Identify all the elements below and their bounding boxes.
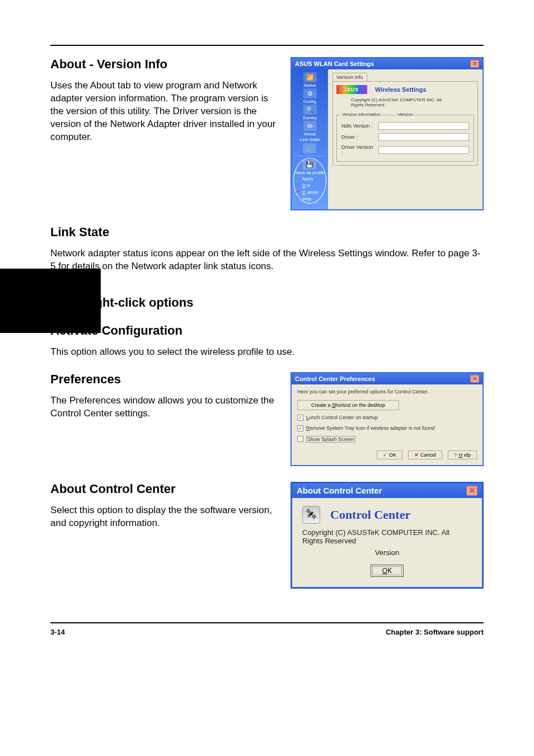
about-cc-text: Select this option to display the the so…: [50, 504, 278, 530]
footer-rule: [50, 622, 484, 623]
win1-titlebar: ASUS WLAN Card Settings ✕: [292, 58, 483, 69]
ndis-label: Ndis Version :: [341, 123, 375, 129]
checkbox-icon[interactable]: ✓: [297, 425, 303, 431]
status-icon: 📶: [303, 72, 317, 82]
win2-intro: Here you can set your preferred options …: [297, 389, 477, 395]
side-black-tab: [0, 269, 101, 333]
about-text: Uses the About tab to view program and N…: [50, 79, 278, 144]
create-shortcut-button[interactable]: Create a Shortcut on the desktop: [297, 400, 399, 410]
remove-tray-checkbox-row[interactable]: ✓Remove System Tray Icon if wireless ada…: [297, 425, 477, 431]
ok-button[interactable]: OK: [371, 565, 404, 577]
preferences-text: The Preferences window allows you to cus…: [50, 395, 278, 420]
cc-title: Control Center: [330, 508, 410, 522]
launch-checkbox-row[interactable]: ✓Lunch Control Center on startup: [297, 415, 477, 421]
save-icon: 💾: [303, 159, 316, 170]
ndis-input: [378, 122, 469, 130]
activate-text: This option allows you to select the wir…: [50, 346, 484, 359]
sidebar-link-state: Link State🔗: [300, 137, 320, 154]
win1-sidebar: 📶Status ⚙Config 🔍Survey ✉About Link Stat…: [292, 69, 328, 209]
page-number: 3-14: [50, 628, 65, 636]
close-icon[interactable]: ✕: [466, 486, 477, 496]
version-info-tab[interactable]: Version Info: [332, 73, 367, 82]
link-state-heading: Link State: [50, 225, 484, 240]
control-center-icon: 🛰: [302, 506, 320, 524]
wireless-settings-label: Wireless Settings: [375, 86, 427, 93]
about-cc-heading: About Control Center: [50, 482, 278, 496]
about-icon: ✉: [303, 121, 317, 131]
ok-btn[interactable]: ◗OK: [295, 182, 325, 189]
close-icon[interactable]: ✕: [470, 60, 479, 68]
survey-icon: 🔍: [303, 105, 317, 115]
win3-titlebar: About Control Center ✕: [292, 483, 482, 498]
asus-logo: /SUS: [336, 85, 367, 94]
checkbox-icon[interactable]: ✓: [297, 415, 303, 421]
about-cc-window: About Control Center ✕ 🛰 Control Center …: [291, 482, 484, 589]
win3-title: About Control Center: [297, 486, 382, 495]
footer: 3-14 Chapter 3: Software support: [50, 628, 484, 636]
cancel-button[interactable]: ✕Cancel: [408, 450, 442, 459]
ok-button[interactable]: ✓OK: [377, 450, 402, 459]
sidebar-item-about[interactable]: ✉About: [303, 121, 317, 137]
apply-btn[interactable]: ✓Apply: [295, 175, 325, 182]
version-info-fieldset: Version Information Ndis Version : Drive…: [336, 115, 474, 162]
win2-titlebar: Control Center Preferences ✕: [292, 373, 483, 384]
win1-copyright: Copyright (C) ASUSTeK COMPUTER INC. All …: [351, 97, 452, 107]
sidebar-item-config[interactable]: ⚙Config: [303, 88, 317, 104]
preferences-window: Control Center Preferences ✕ Here you ca…: [291, 372, 484, 466]
activate-heading: Activate Configuration: [50, 323, 484, 338]
preferences-heading: Preferences: [50, 372, 278, 387]
driver-ver-label: Driver Version :: [341, 144, 375, 156]
win1-title: ASUS WLAN Card Settings: [295, 60, 374, 67]
win3-version: Version: [302, 548, 472, 557]
close-icon[interactable]: ✕: [470, 375, 479, 383]
header-rule: [50, 45, 484, 46]
cancel-btn[interactable]: ✕Cancel: [295, 189, 325, 195]
sidebar-bottom-group: 💾Save as profile ✓Apply ◗OK ✕Cancel ?Hel…: [293, 158, 326, 204]
splash-checkbox-row[interactable]: Show Splash Screen: [297, 436, 477, 443]
document-page: About - Version Info Uses the About tab …: [0, 0, 534, 670]
sidebar-item-survey[interactable]: 🔍Survey: [303, 105, 317, 120]
link-state-text: Network adapter status icons appear on t…: [50, 247, 484, 273]
checkbox-icon[interactable]: [297, 436, 303, 442]
config-icon: ⚙: [303, 88, 317, 98]
driver-label: Driver :: [341, 134, 375, 140]
about-heading: About - Version Info: [50, 57, 278, 72]
chapter-label: Chapter 3: Software support: [386, 628, 484, 636]
win3-copyright: Copyright (C) ASUSTeK COMPUTER INC. All …: [302, 528, 472, 545]
win2-title: Control Center Preferences: [295, 375, 375, 382]
help-btn[interactable]: ?Help: [295, 195, 325, 202]
wlan-settings-window: ASUS WLAN Card Settings ✕ 📶Status ⚙Confi…: [291, 57, 484, 210]
help-button[interactable]: ?Help: [448, 450, 477, 459]
fieldset-legend: Version Information: [340, 112, 382, 117]
driver-input: [378, 133, 469, 141]
driver-ver-input: [378, 146, 469, 154]
other-options-heading: Other right-click options: [50, 295, 484, 310]
link-state-icon: 🔗: [303, 143, 316, 153]
sidebar-item-status[interactable]: 📶Status: [303, 72, 317, 88]
save-profile-btn[interactable]: 💾Save as profile: [295, 159, 325, 175]
